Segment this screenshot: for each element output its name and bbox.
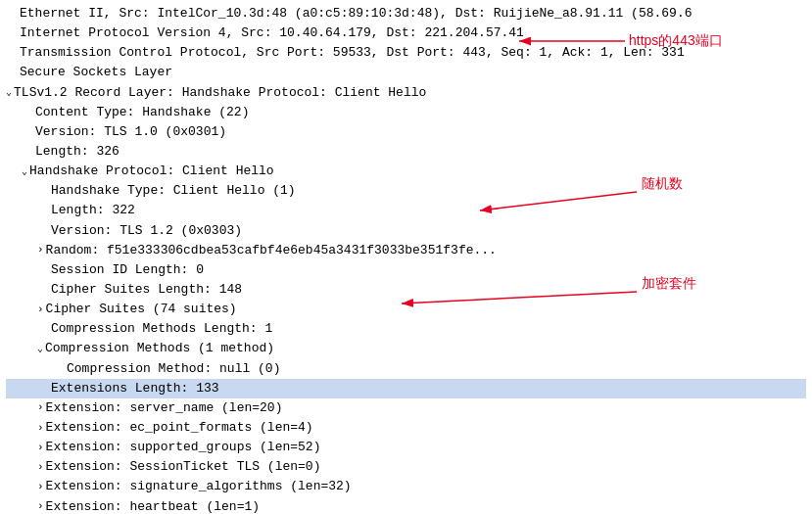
packet-line: Cipher Suites Length: 148 (6, 280, 806, 300)
packet-line: Length: 326 (6, 142, 806, 162)
packet-line-text: Compression Methods (1 method) (45, 339, 274, 358)
packet-line-text: Version: TLS 1.0 (0x0301) (35, 122, 226, 142)
packet-line-text: Extension: SessionTicket TLS (len=0) (46, 457, 321, 477)
packet-line-text: Compression Method: null (0) (67, 359, 280, 379)
packet-line[interactable]: Extension: SessionTicket TLS (len=0) (6, 457, 806, 477)
expand-arrow-icon[interactable] (37, 302, 44, 318)
packet-line-text: Session ID Length: 0 (51, 260, 204, 280)
packet-line[interactable]: TLSv1.2 Record Layer: Handshake Protocol… (6, 83, 806, 103)
packet-line[interactable]: Extension: signature_algorithms (len=32) (6, 477, 806, 496)
packet-line-text: Extension: server_name (len=20) (46, 398, 283, 418)
packet-line: Handshake Type: Client Hello (1) (6, 181, 806, 201)
expand-arrow-icon[interactable] (37, 479, 44, 495)
packet-line[interactable]: Handshake Protocol: Client Hello (6, 162, 806, 181)
packet-line-text: Version: TLS 1.2 (0x0303) (51, 221, 242, 241)
packet-line[interactable]: Extension: ec_point_formats (len=4) (6, 418, 806, 438)
packet-line-text: Handshake Protocol: Client Hello (29, 162, 274, 181)
packet-line-text: Length: 322 (51, 201, 135, 220)
packet-line[interactable]: Compression Methods (1 method) (6, 339, 806, 358)
expand-arrow-icon[interactable] (37, 459, 44, 476)
packet-line-text: Handshake Type: Client Hello (1) (51, 181, 296, 201)
packet-line: Version: TLS 1.2 (0x0303) (6, 221, 806, 241)
expand-arrow-icon[interactable] (22, 164, 27, 180)
packet-line-text: Transmission Control Protocol, Src Port:… (20, 43, 685, 63)
packet-line: Internet Protocol Version 4, Src: 10.40.… (6, 23, 806, 43)
expand-arrow-icon[interactable] (6, 84, 12, 101)
packet-line-text: Random: f51e333306cdbea53cafbf4e6eb45a34… (46, 241, 497, 260)
packet-line: Ethernet II, Src: IntelCor_10.3d:48 (a0:… (6, 4, 806, 23)
packet-line-text: Compression Methods Length: 1 (51, 319, 272, 339)
packet-line[interactable]: Random: f51e333306cdbea53cafbf4e6eb45a34… (6, 241, 806, 260)
expand-arrow-icon[interactable] (37, 440, 44, 456)
packet-line: Session ID Length: 0 (6, 260, 806, 280)
expand-arrow-icon[interactable] (37, 420, 44, 437)
packet-view: Ethernet II, Src: IntelCor_10.3d:48 (a0:… (0, 0, 812, 514)
packet-line: Content Type: Handshake (22) (6, 103, 806, 122)
packet-line-text: Content Type: Handshake (22) (35, 103, 249, 122)
packet-line-text: Extension: heartbeat (len=1) (46, 497, 260, 514)
packet-line-text: TLSv1.2 Record Layer: Handshake Protocol… (14, 83, 426, 103)
packet-line: Version: TLS 1.0 (0x0301) (6, 122, 806, 142)
expand-arrow-icon[interactable] (37, 242, 44, 258)
packet-line-text: Length: 326 (35, 142, 119, 162)
expand-arrow-icon[interactable] (37, 498, 44, 514)
packet-line: Compression Method: null (0) (6, 359, 806, 379)
packet-line: Compression Methods Length: 1 (6, 319, 806, 339)
packet-line-text: Ethernet II, Src: IntelCor_10.3d:48 (a0:… (20, 4, 693, 23)
packet-line: Transmission Control Protocol, Src Port:… (6, 43, 806, 63)
packet-line: Length: 322 (6, 201, 806, 220)
expand-arrow-icon[interactable] (37, 399, 44, 416)
packet-line-text: Secure Sockets Layer (20, 63, 172, 82)
packet-line-text: Extensions Length: 133 (51, 379, 219, 398)
packet-line-text: Extension: signature_algorithms (len=32) (46, 477, 352, 496)
packet-line[interactable]: Extension: server_name (len=20) (6, 398, 806, 418)
packet-line: Extensions Length: 133 (6, 379, 806, 398)
packet-line-text: Extension: ec_point_formats (len=4) (46, 418, 313, 438)
packet-line-text: Cipher Suites Length: 148 (51, 280, 242, 300)
expand-arrow-icon[interactable] (37, 341, 43, 357)
packet-line[interactable]: Extension: supported_groups (len=52) (6, 438, 806, 457)
packet-line-text: Cipher Suites (74 suites) (46, 300, 237, 319)
packet-line-text: Extension: supported_groups (len=52) (46, 438, 321, 457)
packet-line: Secure Sockets Layer (6, 63, 806, 82)
packet-line[interactable]: Cipher Suites (74 suites) (6, 300, 806, 319)
packet-line[interactable]: Extension: heartbeat (len=1) (6, 497, 806, 514)
packet-line-text: Internet Protocol Version 4, Src: 10.40.… (20, 23, 524, 43)
